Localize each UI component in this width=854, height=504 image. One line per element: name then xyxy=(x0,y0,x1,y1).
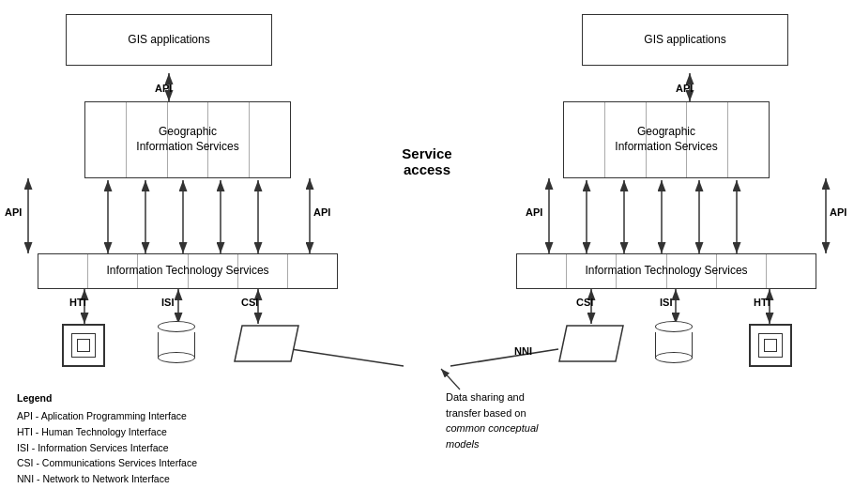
service-access-label: Service access xyxy=(380,145,474,177)
right-it-services-box: Information Technology Services xyxy=(516,253,816,289)
right-api-top-label: API xyxy=(676,83,693,94)
data-sharing-label: Data sharing and transfer based on commo… xyxy=(446,389,538,451)
right-nni-label: NNI xyxy=(514,345,532,357)
right-hti-device xyxy=(749,324,792,367)
svg-line-27 xyxy=(450,349,558,366)
right-geo-info-label: GeographicInformation Services xyxy=(611,123,721,156)
left-isi-label: ISI xyxy=(161,297,174,308)
left-api-right-label: API xyxy=(313,206,330,218)
left-hti-device xyxy=(62,324,105,367)
left-gis-app-label: GIS applications xyxy=(124,31,213,50)
right-gis-app-label: GIS applications xyxy=(640,31,729,50)
legend: Legend API - Aplication Programming Inte… xyxy=(17,390,197,487)
left-it-services-label: Information Technology Services xyxy=(102,262,272,281)
svg-marker-29 xyxy=(235,326,298,361)
left-api-top-label: API xyxy=(155,83,172,94)
right-api-left-label: API xyxy=(526,206,542,218)
left-it-services-box: Information Technology Services xyxy=(38,253,338,289)
diagram-container: GIS applications GeographicInformation S… xyxy=(0,0,854,504)
left-isi-cylinder xyxy=(158,321,195,359)
svg-line-28 xyxy=(441,369,460,389)
right-isi-cylinder xyxy=(655,321,693,359)
left-csi-parallelogram xyxy=(233,324,300,363)
right-isi-label: ISI xyxy=(660,297,672,308)
right-geo-info-box: GeographicInformation Services xyxy=(563,101,770,178)
right-api-right-label: API xyxy=(830,206,846,218)
legend-title: Legend xyxy=(17,390,197,406)
left-geo-info-box: GeographicInformation Services xyxy=(84,101,291,178)
svg-line-15 xyxy=(291,349,404,366)
right-gis-app-box: GIS applications xyxy=(582,14,788,66)
right-it-services-label: Information Technology Services xyxy=(581,262,751,281)
right-csi-label: CSI xyxy=(576,297,593,308)
left-api-left-label: API xyxy=(5,206,22,218)
right-hti-label: HTI xyxy=(754,297,770,308)
left-gis-app-box: GIS applications xyxy=(66,14,272,66)
left-hti-label: HTI xyxy=(69,297,86,308)
right-csi-parallelogram xyxy=(557,324,625,363)
legend-item-1: HTI - Human Technology Interface xyxy=(17,424,197,440)
legend-item-2: ISI - Information Services Interface xyxy=(17,440,197,456)
svg-marker-30 xyxy=(559,326,623,361)
legend-item-0: API - Aplication Programming Interface xyxy=(17,408,197,424)
left-geo-info-label: GeographicInformation Services xyxy=(132,123,242,156)
legend-item-4: NNI - Network to Network Interface xyxy=(17,471,197,487)
left-csi-label: CSI xyxy=(241,297,258,308)
legend-item-3: CSI - Communications Services Interface xyxy=(17,455,197,471)
